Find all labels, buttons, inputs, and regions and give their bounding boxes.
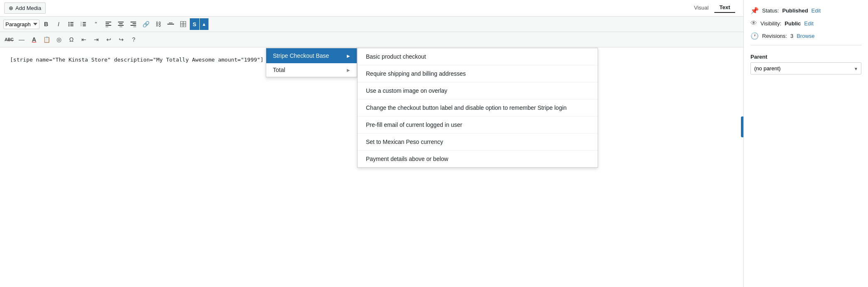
outdent-button[interactable]: ⇤: [78, 34, 90, 45]
svg-rect-15: [105, 27, 108, 27]
visibility-row: 👁 Visibility: Public Edit: [750, 20, 861, 27]
parent-select-wrapper: (no parent) ▼: [750, 62, 861, 74]
toolbar-format-row1: Paragraph B I 1.2.3. " 🔗 ⛓ S: [0, 17, 868, 32]
stripe-main-button[interactable]: S: [190, 18, 199, 30]
svg-rect-3: [70, 24, 74, 25]
parent-section: Parent (no parent) ▼: [750, 54, 861, 74]
undo-button[interactable]: ↩: [103, 34, 115, 45]
parent-select[interactable]: (no parent): [750, 62, 861, 74]
status-row: 📌 Status: Published Edit: [750, 7, 861, 15]
total-item[interactable]: Total ▶: [266, 63, 357, 77]
tab-visual[interactable]: Visual: [689, 2, 714, 13]
stripe-submenu: Basic product checkout Require shipping …: [357, 48, 598, 168]
revisions-value: 3: [790, 33, 793, 39]
svg-rect-27: [172, 22, 172, 23]
align-right-button[interactable]: [128, 18, 139, 30]
svg-rect-18: [118, 25, 124, 26]
submenu-label-payment-details: Payment details above or below: [366, 156, 448, 162]
clear-formatting-button[interactable]: ◎: [53, 34, 65, 45]
revisions-label: Revisions:: [762, 33, 787, 39]
svg-point-4: [69, 25, 70, 27]
svg-rect-19: [120, 27, 123, 27]
toolbar-top: ⊕ Add Media Visual Text: [0, 0, 868, 17]
add-media-icon: ⊕: [9, 5, 13, 11]
svg-point-2: [69, 24, 70, 25]
svg-rect-20: [130, 22, 136, 22]
submenu-label-shipping: Require shipping and billing addresses: [366, 70, 466, 77]
visibility-icon: 👁: [750, 20, 757, 27]
submenu-item-image[interactable]: Use a custom image on overlay: [358, 82, 598, 99]
submenu-label-button-label: Change the checkout button label and dis…: [366, 104, 566, 111]
more-tag-button[interactable]: [165, 18, 177, 30]
stripe-dropdown-button[interactable]: ▲: [200, 18, 208, 30]
submenu-item-label[interactable]: Change the checkout button label and dis…: [358, 99, 598, 116]
submenu-item-currency[interactable]: Set to Mexican Peso currency: [358, 134, 598, 151]
svg-text:3.: 3.: [81, 25, 82, 27]
paragraph-format-select[interactable]: Paragraph: [3, 20, 39, 29]
submenu-label-basic: Basic product checkout: [366, 53, 426, 60]
total-label: Total: [273, 67, 285, 73]
svg-rect-16: [118, 22, 124, 22]
table-button[interactable]: [177, 18, 189, 30]
editor-container: ⊕ Add Media Visual Text Paragraph B I 1.…: [0, 0, 868, 287]
revisions-row: 🕐 Revisions: 3 Browse: [750, 32, 861, 40]
svg-rect-21: [132, 23, 136, 24]
status-value: Published: [782, 7, 808, 14]
toolbar-format-row2: ABC — A 📋 ◎ Ω ⇤ ⇥ ↩ ↪ ?: [0, 32, 868, 47]
special-chars-button[interactable]: Ω: [66, 34, 77, 45]
svg-rect-26: [170, 22, 171, 23]
help-button[interactable]: ?: [128, 34, 140, 45]
revisions-icon: 🕐: [750, 32, 759, 40]
align-center-button[interactable]: [115, 18, 127, 30]
stripe-button-group: S ▲: [190, 18, 208, 30]
text-color-button[interactable]: A: [28, 34, 40, 45]
tab-text[interactable]: Text: [714, 2, 735, 13]
stripe-dropdown-menu: Stripe Checkout Base ▶ Total ▶: [266, 48, 357, 77]
view-tabs: Visual Text: [689, 2, 735, 13]
submenu-label-prefill: Pre-fill email of current logged in user: [366, 121, 462, 128]
parent-label: Parent: [750, 54, 861, 60]
submenu-item-basic[interactable]: Basic product checkout: [358, 48, 598, 65]
accent-bar: [741, 116, 743, 137]
svg-rect-5: [70, 25, 74, 26]
add-media-label: Add Media: [15, 5, 41, 11]
indent-button[interactable]: ⇥: [91, 34, 102, 45]
svg-rect-17: [119, 23, 123, 24]
submenu-label-currency: Set to Mexican Peso currency: [366, 139, 443, 145]
submenu-item-prefill[interactable]: Pre-fill email of current logged in user: [358, 116, 598, 134]
blockquote-button[interactable]: ": [90, 18, 102, 30]
submenu-label-image: Use a custom image on overlay: [366, 87, 447, 94]
svg-rect-24: [167, 24, 174, 25]
total-arrow-icon: ▶: [347, 68, 350, 72]
right-sidebar: 📌 Status: Published Edit 👁 Visibility: P…: [743, 0, 868, 287]
align-left-button[interactable]: [103, 18, 114, 30]
svg-rect-22: [130, 25, 136, 26]
paste-word-button[interactable]: 📋: [41, 34, 52, 45]
visibility-label: Visibility:: [760, 20, 781, 27]
redo-button[interactable]: ↪: [115, 34, 127, 45]
bold-button[interactable]: B: [40, 18, 52, 30]
visibility-edit-link[interactable]: Edit: [804, 20, 813, 27]
status-icon: 📌: [750, 7, 759, 15]
italic-button[interactable]: I: [53, 18, 64, 30]
status-edit-link[interactable]: Edit: [812, 7, 821, 14]
add-media-button[interactable]: ⊕ Add Media: [4, 2, 46, 14]
strikethrough-button[interactable]: ABC: [3, 34, 15, 45]
revisions-browse-link[interactable]: Browse: [797, 33, 814, 39]
svg-rect-14: [105, 25, 111, 26]
status-label: Status:: [762, 7, 779, 14]
submenu-item-shipping[interactable]: Require shipping and billing addresses: [358, 65, 598, 82]
submenu-item-payment-details[interactable]: Payment details above or below: [358, 151, 598, 167]
unordered-list-button[interactable]: [65, 18, 77, 30]
svg-rect-25: [169, 22, 170, 23]
stripe-checkout-base-header[interactable]: Stripe Checkout Base ▶: [266, 48, 357, 63]
sidebar-divider: [750, 45, 861, 45]
unlink-button[interactable]: ⛓: [152, 18, 164, 30]
visibility-value: Public: [785, 20, 801, 27]
dropdown-arrow-icon: ▶: [347, 54, 350, 58]
ordered-list-button[interactable]: 1.2.3.: [78, 18, 89, 30]
horizontal-rule-button[interactable]: —: [16, 34, 27, 45]
link-button[interactable]: 🔗: [140, 18, 152, 30]
svg-point-0: [69, 22, 70, 23]
svg-rect-9: [83, 24, 86, 25]
